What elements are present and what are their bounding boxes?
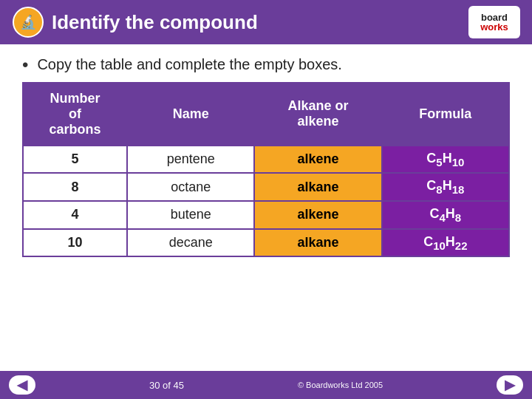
next-button[interactable]: ▶ [497, 375, 523, 395]
table-row: 10 decane alkane C10H22 [23, 229, 509, 257]
main-table-wrapper: Numberofcarbons Name Alkane oralkene For… [0, 82, 532, 257]
cell-number: 5 [23, 146, 127, 174]
bullet-icon: • [22, 55, 28, 76]
prev-icon: ◀ [17, 378, 27, 392]
table-row: 8 octane alkane C8H18 [23, 173, 509, 201]
prev-button[interactable]: ◀ [9, 375, 35, 395]
cell-name: pentene [127, 146, 254, 174]
header: 🔬 Identify the compound board works [0, 0, 532, 44]
cell-number: 4 [23, 201, 127, 229]
table-row: 4 butene alkene C4H8 [23, 201, 509, 229]
footer: ◀ 30 of 45 © Boardworks Ltd 2005 ▶ [0, 371, 532, 399]
cell-formula: C8H18 [382, 173, 509, 201]
copyright: © Boardworks Ltd 2005 [298, 381, 383, 389]
compounds-table: Numberofcarbons Name Alkane oralkene For… [22, 82, 510, 257]
next-icon: ▶ [505, 378, 515, 392]
cell-type: alkane [254, 173, 381, 201]
table-row: 5 pentene alkene C5H10 [23, 146, 509, 174]
col-header-formula: Formula [382, 83, 509, 146]
bullet-row: • Copy the table and complete the empty … [0, 44, 532, 82]
cell-type: alkene [254, 146, 381, 174]
cell-type: alkane [254, 229, 381, 257]
col-header-number: Numberofcarbons [23, 83, 127, 146]
cell-name: decane [127, 229, 254, 257]
bullet-text: Copy the table and complete the empty bo… [37, 55, 341, 74]
page-title: Identify the compound [52, 11, 258, 34]
cell-name: butene [127, 201, 254, 229]
boardworks-logo: board works [468, 6, 520, 38]
cell-type: alkene [254, 201, 381, 229]
cell-number: 8 [23, 173, 127, 201]
cell-formula: C10H22 [382, 229, 509, 257]
table-header-row: Numberofcarbons Name Alkane oralkene For… [23, 83, 509, 146]
col-header-alkane: Alkane oralkene [254, 83, 381, 146]
col-header-name: Name [127, 83, 254, 146]
page-number: 30 of 45 [149, 380, 184, 391]
cell-number: 10 [23, 229, 127, 257]
cell-formula: C5H10 [382, 146, 509, 174]
cell-name: octane [127, 173, 254, 201]
cell-formula: C4H8 [382, 201, 509, 229]
header-icon: 🔬 [12, 6, 44, 38]
svg-text:🔬: 🔬 [20, 14, 37, 30]
logo-works-text: works [480, 22, 508, 32]
